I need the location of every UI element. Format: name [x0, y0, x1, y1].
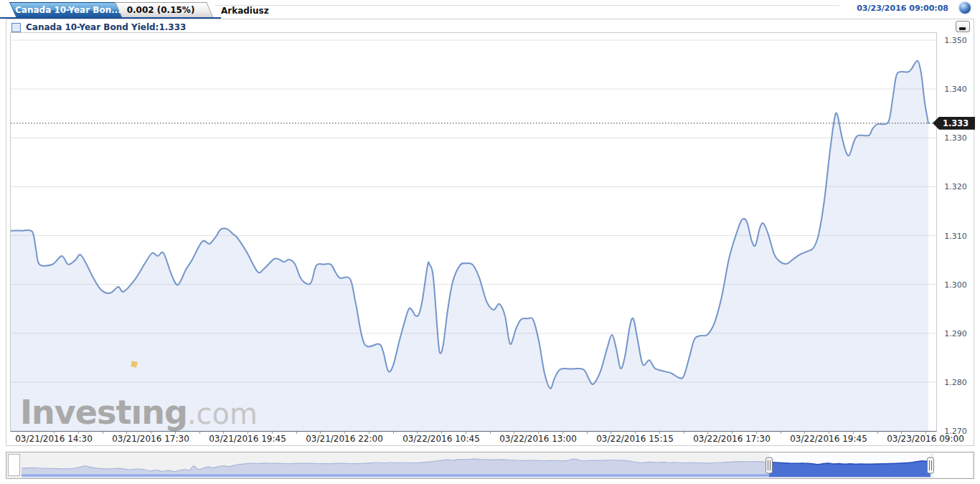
x-tick-label: 03/23/2016 09:00 [879, 434, 972, 444]
x-axis-tick [901, 432, 902, 434]
x-axis-tick [126, 432, 127, 434]
tab-instrument[interactable]: Canada 10-Year Bon... [9, 2, 117, 18]
x-axis-tick [514, 432, 514, 434]
x-axis-tick [272, 432, 273, 434]
x-axis-tick [223, 432, 224, 434]
x-axis-tick [611, 432, 611, 434]
x-axis-tick [175, 432, 176, 434]
x-axis-tick [684, 432, 684, 434]
tab-instrument-label: Canada 10-Year Bon... [9, 2, 117, 18]
tab-user[interactable]: Arkadiusz [221, 5, 269, 16]
x-tick-label: 03/21/2016 17:30 [104, 434, 197, 444]
x-axis-tick [829, 432, 829, 434]
x-axis-tick [659, 432, 660, 434]
y-tick-label: 1.280 [937, 378, 974, 388]
x-axis-tick [781, 432, 781, 434]
x-axis-tick [490, 432, 491, 434]
x-axis-tick [103, 432, 103, 434]
y-tick-label: 1.290 [937, 329, 974, 339]
x-axis-tick [78, 432, 79, 434]
y-axis-labels: 1.3501.3401.3301.3201.3101.3001.2901.280… [937, 19, 974, 419]
x-axis-tick [538, 432, 539, 434]
x-axis-tick [441, 432, 442, 434]
plot-area[interactable]: Investıng.com [10, 32, 937, 432]
watermark: Investıng.com [20, 396, 258, 429]
nav-left-handle[interactable] [766, 457, 773, 473]
x-axis-tick [732, 432, 732, 434]
x-axis-tick [393, 432, 394, 434]
watermark-brand: Investıng [20, 393, 187, 432]
y-tick-label: 1.310 [937, 232, 974, 242]
x-axis-tick [344, 432, 345, 434]
price-area-chart[interactable] [11, 33, 936, 431]
x-tick-label: 03/21/2016 14:30 [7, 434, 100, 444]
range-navigator[interactable] [6, 452, 974, 479]
x-axis-tick [466, 432, 466, 434]
watermark-suffix: .com [187, 397, 258, 430]
x-axis-tick [562, 432, 563, 434]
x-axis-tick [320, 432, 321, 434]
chart-panel: Canada 10-Year Bond Yield:1.333 Investın… [6, 19, 974, 446]
x-axis-tick [369, 432, 369, 434]
sphere-icon [959, 2, 971, 14]
x-tick-label: 03/22/2016 17:30 [685, 434, 778, 444]
x-axis-tick [853, 432, 854, 434]
x-axis-tick [417, 432, 418, 434]
nav-right-handle[interactable] [928, 457, 934, 473]
navigator-chart[interactable] [6, 452, 974, 478]
y-tick-label: 1.300 [937, 280, 974, 290]
x-axis-tick [199, 432, 200, 434]
y-tick-label: 1.320 [937, 182, 974, 192]
x-axis-tick [248, 432, 248, 434]
chart-widget: Canada 10-Year Bon... 0.002 (0.15%) Arka… [0, 0, 980, 484]
x-tick-label: 03/21/2016 19:45 [201, 434, 294, 444]
x-axis-tick [877, 432, 878, 434]
y-tick-label: 1.350 [937, 36, 974, 46]
navigator-start-box [8, 454, 20, 476]
x-tick-label: 03/22/2016 10:45 [395, 434, 488, 444]
x-axis-tick [925, 432, 926, 434]
x-axis-tick [707, 432, 708, 434]
legend-checkbox[interactable] [11, 23, 21, 32]
x-axis-tick [804, 432, 805, 434]
header-datetime: 03/23/2016 09:00:08 [857, 4, 948, 13]
tab-quote-change[interactable]: 0.002 (0.15%) [115, 2, 207, 18]
x-axis-labels: 03/21/2016 14:3003/21/2016 17:3003/21/20… [6, 432, 974, 445]
top-tab-bar: Canada 10-Year Bon... 0.002 (0.15%) Arka… [0, 0, 980, 19]
x-tick-label: 03/21/2016 22:00 [298, 434, 391, 444]
legend: Canada 10-Year Bond Yield:1.333 [11, 22, 186, 32]
y-tick-label: 1.340 [937, 85, 974, 95]
tabbar-topline [215, 5, 839, 6]
x-tick-label: 03/22/2016 15:15 [588, 434, 682, 444]
x-tick-label: 03/22/2016 19:45 [782, 434, 875, 444]
x-axis-tick [635, 432, 636, 434]
current-value-tag: 1.333 [933, 117, 975, 130]
x-axis-tick [296, 432, 297, 434]
x-tick-label: 03/22/2016 13:00 [491, 434, 585, 444]
x-axis-tick [587, 432, 588, 434]
y-tick-label: 1.330 [937, 133, 974, 143]
tab-quote-label: 0.002 (0.15%) [115, 2, 207, 18]
x-axis-tick [756, 432, 757, 434]
x-axis-tick [151, 432, 151, 434]
x-axis-tick [54, 432, 55, 434]
legend-label: Canada 10-Year Bond Yield:1.333 [26, 22, 186, 32]
